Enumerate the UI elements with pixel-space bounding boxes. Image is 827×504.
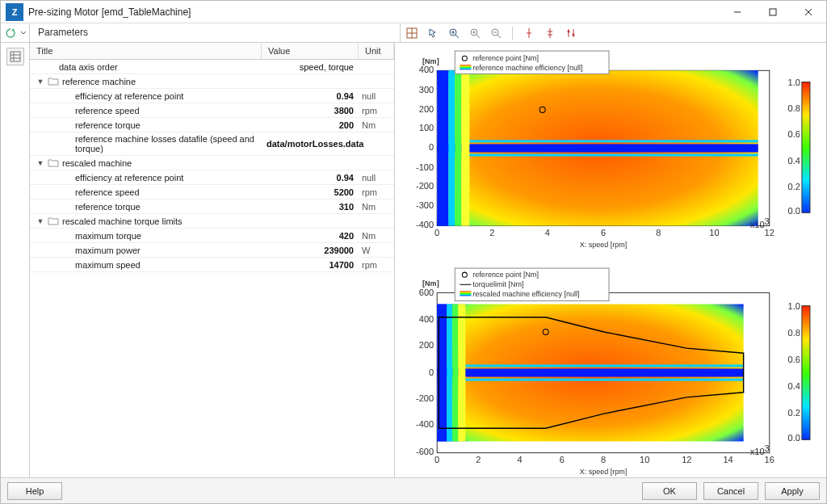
svg-text:0.2: 0.2 bbox=[788, 408, 800, 418]
svg-text:1.0: 1.0 bbox=[788, 301, 800, 311]
svg-text:-200: -200 bbox=[416, 181, 434, 191]
svg-text:8: 8 bbox=[656, 228, 661, 237]
svg-text:4: 4 bbox=[545, 228, 550, 237]
marker2-icon[interactable] bbox=[544, 27, 556, 40]
row-resc-speed[interactable]: reference speed5200rpm bbox=[30, 185, 394, 200]
parameters-panel: Title Value Unit data axis order speed, … bbox=[30, 43, 395, 477]
svg-line-8 bbox=[455, 35, 459, 38]
svg-text:300: 300 bbox=[419, 85, 434, 94]
col-unit[interactable]: Unit bbox=[359, 43, 394, 59]
col-value[interactable]: Value bbox=[262, 43, 359, 59]
svg-text:0.8: 0.8 bbox=[788, 103, 800, 113]
svg-rect-33 bbox=[437, 144, 758, 152]
cancel-button[interactable]: Cancel bbox=[703, 482, 758, 500]
svg-rect-39 bbox=[461, 70, 469, 225]
pointer-icon[interactable] bbox=[426, 27, 439, 40]
svg-text:[Nm]: [Nm] bbox=[422, 279, 439, 288]
row-ref-eff[interactable]: efficiency at reference point0.94null bbox=[30, 89, 394, 103]
group-torque-limits[interactable]: ▼ rescaled machine torque limits bbox=[30, 214, 394, 229]
row-ref-torque[interactable]: reference torque200Nm bbox=[30, 118, 394, 132]
apply-button[interactable]: Apply bbox=[765, 482, 820, 500]
twisty-icon[interactable]: ▼ bbox=[36, 159, 44, 167]
svg-rect-80 bbox=[458, 304, 465, 442]
svg-text:8: 8 bbox=[601, 455, 606, 464]
maximize-button[interactable] bbox=[755, 1, 791, 23]
grid-icon[interactable] bbox=[405, 27, 418, 40]
svg-text:0.2: 0.2 bbox=[788, 182, 800, 191]
svg-text:6: 6 bbox=[560, 455, 565, 464]
plot-rescaled-efficiency[interactable]: 600 400 200 0 -200 -400 -600 [Nm] 0 2 4 … bbox=[398, 263, 820, 482]
row-resc-eff[interactable]: efficiency at reference point0.94null bbox=[30, 170, 394, 185]
svg-text:0: 0 bbox=[429, 368, 434, 377]
svg-text:0: 0 bbox=[434, 455, 439, 464]
svg-text:200: 200 bbox=[419, 104, 434, 114]
svg-text:0.6: 0.6 bbox=[788, 355, 800, 364]
svg-text:-100: -100 bbox=[416, 162, 434, 172]
svg-text:10: 10 bbox=[709, 228, 719, 237]
svg-text:2: 2 bbox=[476, 455, 481, 464]
window-title: Pre-sizing Motor [emd_TableMachine] bbox=[28, 6, 720, 18]
svg-text:reference machine efficiency [: reference machine efficiency [null] bbox=[472, 64, 582, 72]
row-ref-speed[interactable]: reference speed3800rpm bbox=[30, 103, 394, 118]
close-button[interactable] bbox=[791, 1, 826, 23]
svg-text:0.4: 0.4 bbox=[788, 156, 800, 166]
minimize-button[interactable] bbox=[720, 1, 755, 23]
refresh-icon[interactable] bbox=[4, 27, 17, 40]
folder-icon bbox=[48, 158, 59, 167]
row-ref-losses[interactable]: reference machine losses datafile (speed… bbox=[30, 132, 394, 156]
svg-text:400: 400 bbox=[419, 314, 434, 324]
svg-rect-106 bbox=[460, 291, 471, 296]
svg-rect-27 bbox=[10, 52, 20, 61]
svg-text:100: 100 bbox=[419, 123, 434, 132]
svg-rect-63 bbox=[460, 65, 471, 69]
svg-rect-35 bbox=[437, 154, 758, 157]
plot-area: 400 300 200 100 0 -100 -200 -300 -400 [N… bbox=[395, 43, 826, 477]
row-resc-torque[interactable]: reference torque310Nm bbox=[30, 200, 394, 214]
svg-text:6: 6 bbox=[601, 228, 606, 237]
row-max-torque[interactable]: maximum torque420Nm bbox=[30, 229, 394, 243]
svg-rect-38 bbox=[455, 70, 461, 225]
svg-text:0: 0 bbox=[434, 228, 439, 237]
svg-text:X: speed [rpm]: X: speed [rpm] bbox=[580, 468, 628, 476]
svg-point-26 bbox=[573, 33, 575, 36]
marker1-icon[interactable] bbox=[523, 27, 535, 40]
svg-text:-300: -300 bbox=[416, 200, 434, 210]
svg-text:2: 2 bbox=[489, 228, 494, 237]
group-rescaled-machine[interactable]: ▼ rescaled machine bbox=[30, 156, 394, 170]
marker-settings-icon[interactable] bbox=[565, 27, 577, 40]
svg-text:0.8: 0.8 bbox=[788, 328, 800, 338]
twisty-icon[interactable]: ▼ bbox=[36, 217, 44, 225]
svg-rect-36 bbox=[437, 70, 448, 225]
rail-table-icon[interactable] bbox=[6, 48, 24, 65]
zoom-fit-icon[interactable] bbox=[447, 27, 460, 40]
svg-point-25 bbox=[568, 30, 570, 32]
svg-text:0.0: 0.0 bbox=[788, 433, 800, 443]
row-max-speed[interactable]: maximum speed14700rpm bbox=[30, 258, 394, 272]
svg-rect-78 bbox=[447, 304, 452, 442]
svg-rect-37 bbox=[448, 70, 455, 225]
svg-text:16: 16 bbox=[765, 455, 775, 464]
row-data-axis-order[interactable]: data axis order speed, torque bbox=[30, 60, 394, 74]
group-reference-machine[interactable]: ▼ reference machine bbox=[30, 74, 394, 89]
row-max-power[interactable]: maximum power239000W bbox=[30, 243, 394, 258]
tab-parameters[interactable]: Parameters bbox=[30, 23, 96, 42]
svg-text:12: 12 bbox=[765, 228, 775, 237]
zoom-in-icon[interactable] bbox=[468, 27, 481, 40]
col-title[interactable]: Title bbox=[30, 43, 262, 59]
plot-reference-efficiency[interactable]: 400 300 200 100 0 -100 -200 -300 -400 [N… bbox=[398, 46, 820, 258]
help-button[interactable]: Help bbox=[7, 482, 62, 500]
svg-text:400: 400 bbox=[419, 65, 434, 74]
zoom-out-icon[interactable] bbox=[489, 27, 502, 40]
svg-rect-34 bbox=[437, 140, 758, 142]
twisty-icon[interactable]: ▼ bbox=[36, 78, 44, 86]
dropdown-icon[interactable] bbox=[20, 27, 27, 40]
svg-text:rescaled machine efficiency [n: rescaled machine efficiency [null] bbox=[472, 290, 579, 298]
svg-rect-79 bbox=[452, 304, 458, 442]
svg-text:0: 0 bbox=[429, 142, 434, 152]
svg-text:1.0: 1.0 bbox=[788, 78, 800, 87]
svg-text:-400: -400 bbox=[416, 220, 434, 229]
svg-text:[Nm]: [Nm] bbox=[422, 57, 439, 65]
ok-button[interactable]: OK bbox=[642, 482, 697, 500]
svg-rect-75 bbox=[437, 364, 743, 367]
svg-text:10: 10 bbox=[640, 455, 649, 464]
